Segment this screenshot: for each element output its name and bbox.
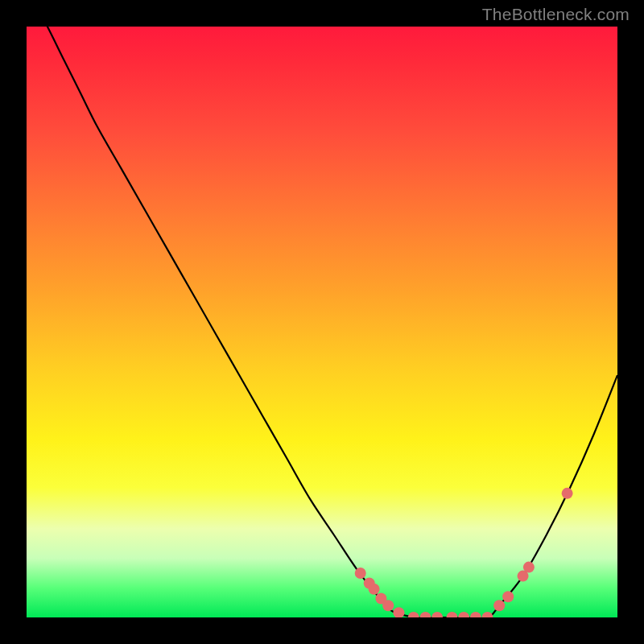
- highlight-point: [408, 612, 419, 617]
- highlight-point: [482, 612, 493, 617]
- highlight-point: [493, 600, 505, 611]
- watermark-text: TheBottleneck.com: [482, 5, 630, 24]
- plot-area: [27, 27, 617, 617]
- highlight-point: [562, 488, 573, 499]
- curve-layer: [27, 27, 617, 617]
- highlight-point: [502, 591, 514, 602]
- chart-frame: TheBottleneck.com: [0, 0, 644, 644]
- highlight-point: [458, 612, 469, 617]
- highlight-point: [355, 568, 366, 579]
- bottleneck-curve: [27, 27, 617, 617]
- highlight-point: [470, 612, 481, 617]
- highlight-point: [419, 612, 431, 617]
- highlight-point: [431, 612, 443, 617]
- highlight-point: [523, 562, 535, 573]
- highlight-point: [382, 600, 394, 611]
- highlight-point: [393, 607, 404, 617]
- highlight-point: [369, 584, 380, 595]
- highlight-point: [446, 612, 457, 617]
